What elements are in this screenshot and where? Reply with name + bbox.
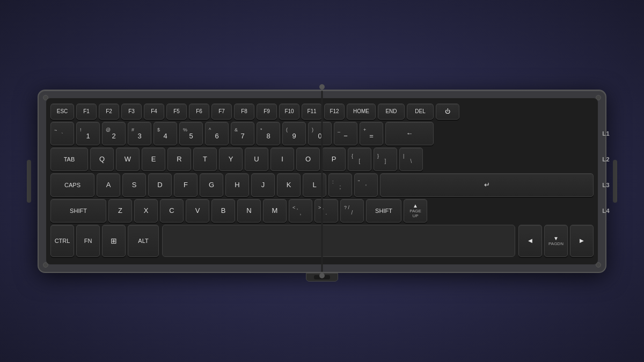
key-fn[interactable]: FN xyxy=(76,225,100,257)
key-pageup[interactable]: ▲ PAGE UP xyxy=(404,199,427,223)
key-t[interactable]: T xyxy=(193,147,217,171)
key-f1[interactable]: F1 xyxy=(76,104,97,120)
caps-row: CAPS A S D F G H J K L :; "' ↵ L3 xyxy=(50,173,594,197)
key-label: G xyxy=(209,181,214,188)
trackpad[interactable] xyxy=(162,225,515,257)
key-p[interactable]: P xyxy=(322,147,346,171)
key-n[interactable]: N xyxy=(237,199,261,223)
key-arrow-left[interactable]: ◄ xyxy=(518,225,542,257)
key-q[interactable]: Q xyxy=(90,147,114,171)
key-3[interactable]: #3 xyxy=(128,122,151,145)
key-8[interactable]: *8 xyxy=(257,122,280,145)
key-g[interactable]: G xyxy=(200,173,223,197)
key-j[interactable]: J xyxy=(251,173,275,197)
key-end[interactable]: END xyxy=(378,104,405,120)
key-caps[interactable]: CAPS xyxy=(50,173,94,197)
key-w[interactable]: W xyxy=(116,147,140,171)
key-bot: 4 xyxy=(163,132,167,139)
key-backtick[interactable]: ~` xyxy=(50,122,74,145)
key-6[interactable]: ^6 xyxy=(205,122,229,145)
key-top: # xyxy=(130,128,134,132)
key-f7[interactable]: F7 xyxy=(211,104,232,120)
key-top: ^ xyxy=(208,128,211,132)
key-f8[interactable]: F8 xyxy=(234,104,254,120)
key-label: C xyxy=(169,207,174,214)
key-x[interactable]: X xyxy=(134,199,158,223)
key-enter[interactable]: ↵ xyxy=(380,173,594,197)
key-f12[interactable]: F12 xyxy=(324,104,345,120)
key-label: B xyxy=(221,207,226,214)
key-rbracket[interactable]: }] xyxy=(374,147,397,171)
key-esc[interactable]: ESC xyxy=(50,104,74,120)
key-f4[interactable]: F4 xyxy=(144,104,164,120)
key-label: FN xyxy=(84,238,92,244)
key-k[interactable]: K xyxy=(277,173,301,197)
key-9[interactable]: (9 xyxy=(282,122,306,145)
key-slash[interactable]: ? // xyxy=(340,199,364,223)
key-f5[interactable]: F5 xyxy=(166,104,187,120)
key-d[interactable]: D xyxy=(148,173,172,197)
key-f3[interactable]: F3 xyxy=(121,104,142,120)
key-5[interactable]: %5 xyxy=(179,122,203,145)
key-ctrl[interactable]: CTRL xyxy=(50,225,74,257)
key-1[interactable]: !1 xyxy=(76,122,100,145)
key-arrow-right[interactable]: ► xyxy=(570,225,594,257)
key-alt[interactable]: ALT xyxy=(128,225,159,257)
key-f9[interactable]: F9 xyxy=(257,104,277,120)
key-del[interactable]: DEL xyxy=(407,104,434,120)
key-top: : xyxy=(331,180,334,184)
key-f[interactable]: F xyxy=(174,173,197,197)
key-semicolon[interactable]: :; xyxy=(328,173,352,197)
key-label: J xyxy=(261,181,265,188)
key-home[interactable]: HOME xyxy=(347,104,376,120)
hinge-top xyxy=(319,84,325,90)
key-7[interactable]: &7 xyxy=(231,122,254,145)
key-label: CTRL xyxy=(55,238,70,244)
key-tab[interactable]: TAB xyxy=(50,147,88,171)
key-shift-left[interactable]: SHIFT xyxy=(50,199,106,223)
key-e[interactable]: E xyxy=(142,147,165,171)
key-r[interactable]: R xyxy=(167,147,191,171)
key-v[interactable]: V xyxy=(186,199,209,223)
key-minus[interactable]: _− xyxy=(334,122,357,145)
key-shift-right[interactable]: SHIFT xyxy=(366,199,401,223)
key-equals[interactable]: += xyxy=(360,122,383,145)
key-backspace[interactable]: ← xyxy=(385,122,434,145)
key-i[interactable]: I xyxy=(270,147,294,171)
key-bot: ; xyxy=(340,184,341,190)
key-u[interactable]: U xyxy=(245,147,268,171)
key-win[interactable]: ⊞ xyxy=(102,225,126,257)
key-label: Y xyxy=(229,156,233,162)
key-f2[interactable]: F2 xyxy=(99,104,119,120)
key-z[interactable]: Z xyxy=(108,199,132,223)
key-a[interactable]: A xyxy=(97,173,120,197)
key-c[interactable]: C xyxy=(160,199,184,223)
key-lbracket[interactable]: {[ xyxy=(348,147,371,171)
key-label: ↵ xyxy=(484,181,490,188)
key-period[interactable]: > .. xyxy=(314,199,338,223)
key-label: F4 xyxy=(151,108,157,114)
key-s[interactable]: S xyxy=(122,173,146,197)
key-m[interactable]: M xyxy=(263,199,287,223)
key-f6[interactable]: F6 xyxy=(189,104,209,120)
tab-row: TAB Q W E R T Y U I O P {[ }] |\ L2 xyxy=(50,147,594,171)
key-h[interactable]: H xyxy=(225,173,249,197)
key-top: $ xyxy=(156,128,160,132)
key-b[interactable]: B xyxy=(211,199,235,223)
key-label: ALT xyxy=(138,238,148,244)
key-0[interactable]: )0 xyxy=(308,122,332,145)
arrow-up-icon: ▲ xyxy=(413,203,418,209)
key-f10[interactable]: F10 xyxy=(279,104,299,120)
key-2[interactable]: @2 xyxy=(102,122,126,145)
key-quote[interactable]: "' xyxy=(354,173,378,197)
key-power[interactable]: ⏻ xyxy=(436,104,459,120)
key-comma[interactable]: < ,, xyxy=(289,199,312,223)
key-pagedown[interactable]: ▼ PAGDN xyxy=(544,225,568,257)
key-4[interactable]: $4 xyxy=(153,122,177,145)
key-label: F5 xyxy=(173,108,180,114)
key-backslash[interactable]: |\ xyxy=(399,147,423,171)
key-f11[interactable]: F11 xyxy=(302,104,322,120)
key-l[interactable]: L xyxy=(303,173,326,197)
key-y[interactable]: Y xyxy=(219,147,243,171)
key-o[interactable]: O xyxy=(296,147,320,171)
